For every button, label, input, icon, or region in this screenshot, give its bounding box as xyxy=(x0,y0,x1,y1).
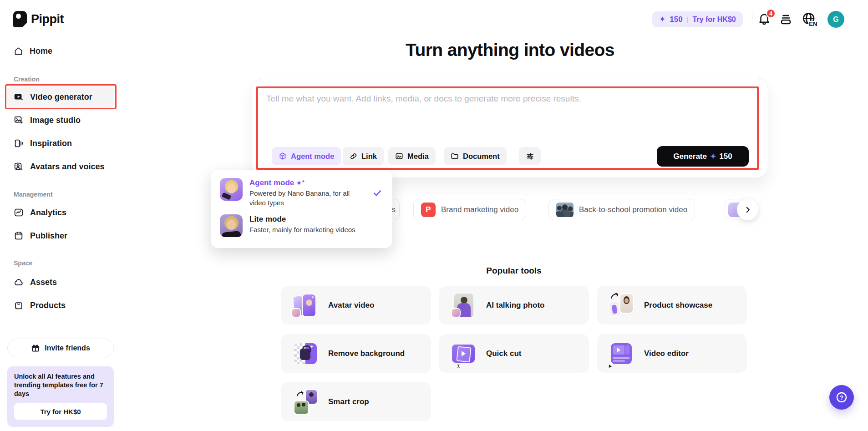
mode-option-agent[interactable]: Agent mode ✦✦ Powered by Nano Banana, fo… xyxy=(220,178,383,208)
invite-friends-label: Invite friends xyxy=(45,344,90,352)
mode-subtitle: Faster, mainly for marketing videos xyxy=(249,225,364,234)
add-link-button[interactable]: Link xyxy=(343,147,384,165)
sidebar-item-image-studio[interactable]: Image studio xyxy=(7,111,114,129)
link-label: Link xyxy=(361,152,377,161)
brand-p-icon: P xyxy=(421,203,436,217)
add-media-button[interactable]: Media xyxy=(388,147,436,165)
tool-label: Avatar video xyxy=(328,301,374,310)
chip-label: Back-to-school promotion video xyxy=(579,205,687,214)
add-document-button[interactable]: Document xyxy=(444,147,507,165)
app: Pippit Home Creation Video generator Ima… xyxy=(0,0,868,431)
tool-card-product-showcase[interactable]: Product showcase xyxy=(597,286,747,325)
sidebar-item-avatars-and-voices[interactable]: Avatars and voices xyxy=(7,157,114,176)
tool-label: Smart crop xyxy=(328,397,369,406)
mode-option-lite[interactable]: Lite mode Faster, mainly for marketing v… xyxy=(220,214,383,237)
avatars-icon xyxy=(14,162,24,172)
smart-crop-icon xyxy=(294,390,317,414)
help-button[interactable]: ? xyxy=(829,385,854,410)
sidebar-item-label: Video generator xyxy=(30,92,92,102)
sidebar-section-creation: Creation xyxy=(14,76,40,83)
invite-friends-button[interactable]: Invite friends xyxy=(7,339,114,357)
generate-button[interactable]: Generate ✦150 xyxy=(657,146,749,167)
globe-icon: EN xyxy=(801,11,817,27)
gift-icon xyxy=(31,344,40,353)
document-folder-icon xyxy=(451,152,459,160)
document-label: Document xyxy=(463,152,500,161)
trial-cta-label[interactable]: Try for HK$0 xyxy=(693,15,736,24)
composer-settings-button[interactable] xyxy=(519,147,541,165)
page-title: Turn anything into videos xyxy=(252,40,768,60)
credits-count: 150 xyxy=(670,15,682,24)
sidebar-item-label: Publisher xyxy=(30,231,67,241)
avatar-video-icon xyxy=(294,294,317,317)
sparkle-icon: ✦ xyxy=(659,15,665,24)
suggestion-chip-back-to-school[interactable]: Back-to-school promotion video xyxy=(548,199,695,220)
lite-mode-avatar xyxy=(220,214,243,237)
ai-talking-photo-icon xyxy=(452,294,475,317)
language-button[interactable]: EN xyxy=(801,11,817,29)
pill-divider: | xyxy=(687,15,689,23)
sidebar-item-video-generator[interactable]: Video generator xyxy=(7,88,114,106)
sidebar-item-assets[interactable]: Assets xyxy=(7,273,114,291)
promo-try-button[interactable]: Try for HK$0 xyxy=(14,403,107,420)
tool-card-remove-background[interactable]: Remove background xyxy=(281,334,431,373)
publisher-icon xyxy=(14,231,24,241)
popular-tools-grid: Avatar video AI talking photo Product sh… xyxy=(281,286,748,421)
suggestion-chip-brand-marketing[interactable]: P Brand marketing video xyxy=(413,199,526,220)
sidebar-item-inspiration[interactable]: Inspiration xyxy=(7,134,114,152)
generate-label: Generate xyxy=(673,152,707,161)
sidebar-item-label: Products xyxy=(30,301,66,310)
assets-cloud-icon xyxy=(14,277,24,287)
tool-card-quick-cut[interactable]: ✂ Quick cut xyxy=(439,334,589,373)
sidebar-item-home[interactable]: Home xyxy=(7,42,114,60)
tool-label: Video editor xyxy=(644,349,689,358)
sidebar-item-label: Home xyxy=(30,46,52,56)
popular-tools-title: Popular tools xyxy=(281,266,747,276)
agent-mode-button[interactable]: Agent mode xyxy=(272,147,341,165)
sparkle-icon: ✦ xyxy=(710,152,716,161)
sidebar-item-label: Assets xyxy=(30,278,57,287)
mode-dropdown: Agent mode ✦✦ Powered by Nano Banana, fo… xyxy=(211,170,392,248)
video-generator-icon xyxy=(14,92,24,102)
prompt-input[interactable] xyxy=(266,94,744,137)
curve-arrow-icon xyxy=(610,292,619,299)
sidebar-item-label: Inspiration xyxy=(30,139,72,148)
card-stack-icon xyxy=(779,14,792,25)
pippit-logo[interactable]: Pippit xyxy=(13,11,64,27)
sidebar-item-publisher[interactable]: Publisher xyxy=(7,227,114,245)
sidebar-item-label: Analytics xyxy=(30,208,66,218)
svg-text:?: ? xyxy=(840,394,843,401)
cube-icon xyxy=(279,152,287,160)
tool-label: Remove background xyxy=(328,349,405,358)
user-avatar[interactable]: G xyxy=(827,11,844,28)
tool-card-smart-crop[interactable]: Smart crop xyxy=(281,382,431,421)
analytics-icon xyxy=(14,208,24,218)
sidebar-item-label: Image studio xyxy=(30,116,81,125)
quick-cut-icon: ✂ xyxy=(452,342,475,365)
trial-promo-card: Unlock all AI features and trending temp… xyxy=(7,366,114,427)
inspiration-icon xyxy=(14,138,24,148)
sidebar: Pippit Home Creation Video generator Ima… xyxy=(0,0,119,431)
pippit-logo-icon xyxy=(13,11,27,27)
billing-button[interactable] xyxy=(779,14,792,27)
question-icon: ? xyxy=(835,390,848,404)
tool-card-avatar-video[interactable]: Avatar video xyxy=(281,286,431,325)
agent-mode-avatar xyxy=(220,178,243,201)
mode-subtitle: Powered by Nano Banana, for all video ty… xyxy=(249,189,364,208)
credits-pill[interactable]: ✦ 150 | Try for HK$0 xyxy=(652,11,743,27)
mode-title: Agent mode xyxy=(249,178,294,187)
video-editor-icon: ➤ xyxy=(609,342,633,365)
agent-mode-label: Agent mode xyxy=(291,152,334,161)
chip-thumbnail xyxy=(556,203,574,217)
avatar-initial: G xyxy=(833,15,838,24)
sidebar-item-products[interactable]: Products xyxy=(7,296,114,314)
tool-card-video-editor[interactable]: ➤ Video editor xyxy=(597,334,747,373)
sidebar-section-space: Space xyxy=(14,259,32,267)
tool-label: Quick cut xyxy=(486,349,521,358)
tool-card-ai-talking-photo[interactable]: AI talking photo xyxy=(439,286,589,325)
chip-label: Brand marketing video xyxy=(441,205,518,214)
chips-next-button[interactable] xyxy=(737,199,758,220)
media-image-icon xyxy=(395,152,403,160)
product-showcase-icon xyxy=(609,294,633,317)
sidebar-item-analytics[interactable]: Analytics xyxy=(7,203,114,222)
